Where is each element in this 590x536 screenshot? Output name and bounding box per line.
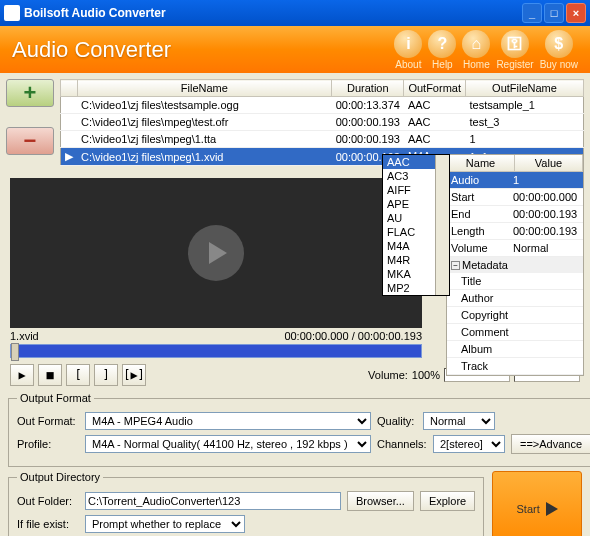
mark-in-button[interactable]: [ bbox=[66, 364, 90, 386]
file-table[interactable]: FileName Duration OutFormat OutFileName … bbox=[60, 79, 584, 166]
header-icon: ? bbox=[428, 30, 456, 58]
col-outformat[interactable]: OutFormat bbox=[404, 80, 466, 97]
props-metadata-header[interactable]: − Metadata bbox=[447, 257, 583, 273]
header-home-button[interactable]: ⌂Home bbox=[462, 30, 490, 70]
seek-slider[interactable] bbox=[10, 344, 422, 358]
app-header: Audio Converter iAbout?Help⌂Home⚿Registe… bbox=[0, 26, 590, 73]
volume-value: 100% bbox=[412, 369, 440, 381]
header-buy-now-button[interactable]: $Buy now bbox=[540, 30, 578, 70]
current-file-label: 1.xvid bbox=[10, 330, 39, 342]
app-title: Audio Converter bbox=[12, 37, 394, 63]
add-file-button[interactable]: + bbox=[6, 79, 54, 107]
table-row[interactable]: C:\video1\zj files\mpeg\1.tta00:00:00.19… bbox=[61, 131, 584, 148]
range-button[interactable]: [▶] bbox=[122, 364, 146, 386]
window-titlebar: Boilsoft Audio Converter _ □ × bbox=[0, 0, 590, 26]
quality-select[interactable]: Normal bbox=[423, 412, 495, 430]
channels-select[interactable]: 2[stereo] bbox=[433, 435, 505, 453]
remove-file-button[interactable]: − bbox=[6, 127, 54, 155]
header-icon: ⚿ bbox=[501, 30, 529, 58]
play-icon[interactable] bbox=[188, 225, 244, 281]
props-row-audio[interactable]: Audio 1 bbox=[447, 172, 583, 189]
out-format-select[interactable]: M4A - MPEG4 Audio bbox=[85, 412, 371, 430]
app-icon bbox=[4, 5, 20, 21]
play-button[interactable]: ▶ bbox=[10, 364, 34, 386]
col-duration[interactable]: Duration bbox=[332, 80, 404, 97]
browser-button[interactable]: Browser... bbox=[347, 491, 414, 511]
start-button[interactable]: Start bbox=[492, 471, 582, 536]
dropdown-scrollbar[interactable] bbox=[435, 155, 449, 295]
props-col-value[interactable]: Value bbox=[515, 155, 583, 171]
out-folder-input[interactable] bbox=[85, 492, 341, 510]
table-row[interactable]: C:\video1\zj files\mpeg\test.ofr00:00:00… bbox=[61, 114, 584, 131]
props-meta-row[interactable]: Title bbox=[447, 273, 583, 290]
output-directory-group: Output Directory Out Folder: Browser... … bbox=[8, 471, 484, 536]
col-filename[interactable]: FileName bbox=[77, 80, 332, 97]
header-icon: ⌂ bbox=[462, 30, 490, 58]
header-icon: i bbox=[394, 30, 422, 58]
props-meta-row[interactable]: Comment bbox=[447, 324, 583, 341]
header-help-button[interactable]: ?Help bbox=[428, 30, 456, 70]
props-meta-row[interactable]: Copyright bbox=[447, 307, 583, 324]
props-row[interactable]: VolumeNormal bbox=[447, 240, 583, 257]
header-icon: $ bbox=[545, 30, 573, 58]
advance-button[interactable]: ==>Advance bbox=[511, 434, 590, 454]
table-row[interactable]: C:\video1\zj files\testsample.ogg00:00:1… bbox=[61, 97, 584, 114]
window-maximize-button[interactable]: □ bbox=[544, 3, 564, 23]
outformat-cell[interactable]: AAC bbox=[404, 131, 466, 148]
props-col-name[interactable]: Name bbox=[447, 155, 515, 171]
mark-out-button[interactable]: ] bbox=[94, 364, 118, 386]
outformat-cell[interactable]: AAC bbox=[404, 114, 466, 131]
stop-button[interactable]: ■ bbox=[38, 364, 62, 386]
window-title: Boilsoft Audio Converter bbox=[24, 6, 520, 20]
properties-panel: Name Value Audio 1 Start00:00:00.000 End… bbox=[446, 154, 584, 376]
window-close-button[interactable]: × bbox=[566, 3, 586, 23]
col-outfilename[interactable]: OutFileName bbox=[466, 80, 584, 97]
props-meta-row[interactable]: Track bbox=[447, 358, 583, 375]
props-meta-row[interactable]: Album bbox=[447, 341, 583, 358]
outformat-cell[interactable]: AAC bbox=[404, 97, 466, 114]
collapse-icon[interactable]: − bbox=[451, 261, 460, 270]
outformat-dropdown-list[interactable]: AACAC3AIFFAPEAUFLACM4AM4RMKAMP2 bbox=[382, 154, 450, 296]
header-about-button[interactable]: iAbout bbox=[394, 30, 422, 70]
output-format-group: Output Format Out Format: M4A - MPEG4 Au… bbox=[8, 392, 590, 467]
seek-thumb[interactable] bbox=[11, 343, 19, 361]
window-minimize-button[interactable]: _ bbox=[522, 3, 542, 23]
props-row[interactable]: Start00:00:00.000 bbox=[447, 189, 583, 206]
explore-button[interactable]: Explore bbox=[420, 491, 475, 511]
video-preview[interactable] bbox=[10, 178, 422, 328]
volume-label: Volume: bbox=[368, 369, 408, 381]
profile-select[interactable]: M4A - Normal Quality( 44100 Hz, stereo ,… bbox=[85, 435, 371, 453]
time-display: 00:00:00.000 / 00:00:00.193 bbox=[284, 330, 422, 342]
header-register-button[interactable]: ⚿Register bbox=[496, 30, 533, 70]
props-row[interactable]: Length00:00:00.193 bbox=[447, 223, 583, 240]
if-exist-select[interactable]: Prompt whether to replace bbox=[85, 515, 245, 533]
props-meta-row[interactable]: Author bbox=[447, 290, 583, 307]
props-row[interactable]: End00:00:00.193 bbox=[447, 206, 583, 223]
